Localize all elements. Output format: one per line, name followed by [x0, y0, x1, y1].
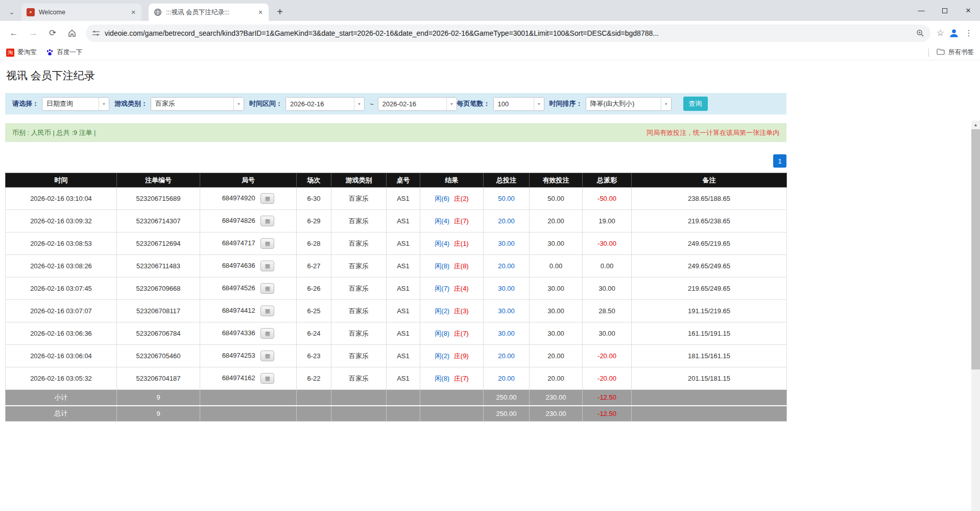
cell-table-no: AS1 — [387, 233, 420, 255]
tab-label: :::视讯 会员下注纪录::: — [166, 8, 256, 17]
cell-result: 闲(2) 庄(9) — [420, 345, 484, 367]
round-video-button[interactable]: ▦ — [260, 328, 274, 339]
result-player: 闲(7) — [435, 285, 449, 292]
round-number: 684974526 — [222, 284, 255, 292]
bookmark-star-icon[interactable]: ☆ — [937, 28, 944, 38]
game-type-input[interactable] — [151, 98, 233, 110]
cell-table-no: AS1 — [387, 345, 420, 367]
round-video-button[interactable]: ▦ — [260, 373, 274, 384]
bookmark-baidu[interactable]: 百度一下 — [46, 48, 83, 57]
all-bookmarks-label[interactable]: 所有书签 — [948, 48, 974, 57]
chevron-down-icon[interactable]: ▼ — [99, 98, 109, 110]
url-text[interactable]: videoie.com/game/betrecord_search/kind3?… — [105, 29, 912, 37]
close-window-button[interactable]: ✕ — [957, 0, 980, 21]
page-1-button[interactable]: 1 — [773, 154, 786, 168]
bookmark-taobao[interactable]: 淘 爱淘宝 — [6, 48, 37, 57]
col-time: 时间 — [6, 173, 117, 188]
date-start-input[interactable] — [286, 98, 354, 110]
cell-remark: 161.15/191.15 — [632, 322, 787, 345]
sort-input[interactable] — [586, 98, 661, 110]
cell-payout: 19.00 — [583, 210, 632, 233]
round-number: 684974253 — [222, 352, 255, 359]
round-number: 684974826 — [222, 217, 255, 224]
round-video-button[interactable]: ▦ — [260, 193, 274, 204]
cell-table-no: AS1 — [387, 322, 420, 345]
profile-icon[interactable] — [948, 28, 960, 39]
zoom-icon[interactable] — [916, 29, 924, 37]
cell-time: 2026-02-16 03:06:36 — [6, 322, 117, 345]
cell-round: 684974412 ▦ — [200, 300, 297, 322]
folder-icon — [937, 48, 945, 57]
cell-game: 百家乐 — [331, 345, 387, 367]
query-type-input[interactable] — [42, 98, 99, 110]
cell-result: 闲(2) 庄(3) — [420, 300, 484, 322]
date-end-input[interactable] — [378, 98, 446, 110]
result-player: 闲(8) — [435, 262, 449, 270]
result-banker: 庄(4) — [454, 285, 469, 292]
table-row: 2026-02-16 03:07:45 523206709668 6849745… — [6, 277, 787, 300]
forward-button[interactable]: → — [25, 25, 42, 42]
chevron-down-icon[interactable]: ▼ — [534, 98, 544, 110]
address-bar[interactable]: videoie.com/game/betrecord_search/kind3?… — [86, 25, 930, 42]
result-player: 闲(2) — [435, 307, 449, 315]
cell-round: 684974253 ▦ — [200, 345, 297, 367]
per-page-input[interactable] — [494, 98, 534, 110]
tab-label: Welcome — [39, 9, 129, 16]
query-button[interactable]: 查询 — [683, 97, 708, 111]
result-player: 闲(2) — [435, 352, 449, 360]
tab-search-icon[interactable]: ⌄ — [5, 5, 18, 18]
chevron-down-icon[interactable]: ▼ — [661, 98, 671, 110]
subtotal-label: 小计 — [6, 390, 117, 406]
cell-remark: 249.65/219.65 — [632, 233, 787, 255]
round-video-button[interactable]: ▦ — [260, 306, 274, 316]
chevron-down-icon[interactable]: ▼ — [233, 98, 244, 110]
round-video-button[interactable]: ▦ — [260, 261, 274, 271]
cell-session: 6-29 — [297, 210, 331, 233]
home-button[interactable] — [63, 25, 81, 42]
tab-close-icon[interactable]: ✕ — [256, 8, 265, 16]
chevron-down-icon[interactable]: ▼ — [354, 98, 364, 110]
reload-button[interactable]: ⟳ — [44, 25, 61, 42]
cell-table-no: AS1 — [387, 300, 420, 322]
cell-payout: -30.00 — [583, 233, 632, 255]
scroll-up-icon[interactable]: ▲ — [971, 121, 980, 129]
tab-bet-records[interactable]: :::视讯 会员下注纪录::: ✕ — [149, 4, 269, 21]
chevron-down-icon[interactable]: ▼ — [446, 98, 457, 110]
table-row: 2026-02-16 03:06:36 523206706784 6849743… — [6, 322, 787, 345]
browser-menu-icon[interactable]: ⋮ — [962, 28, 976, 38]
round-video-button[interactable]: ▦ — [260, 283, 274, 294]
bookmark-label: 百度一下 — [57, 48, 83, 57]
minimize-button[interactable]: — — [910, 0, 933, 21]
maximize-icon — [942, 8, 947, 13]
round-video-button[interactable]: ▦ — [260, 216, 274, 226]
vertical-scrollbar[interactable]: ▲ ▼ — [971, 121, 980, 511]
col-result: 结果 — [420, 173, 484, 188]
cell-game: 百家乐 — [331, 300, 387, 322]
cell-session: 6-25 — [297, 300, 331, 322]
grand-total-valid-bet: 230.00 — [530, 406, 583, 422]
cell-session: 6-30 — [297, 188, 331, 210]
round-video-button[interactable]: ▦ — [260, 351, 274, 361]
table-row: 2026-02-16 03:10:04 523206715689 6849749… — [6, 188, 787, 210]
scrollbar-thumb[interactable] — [971, 129, 980, 369]
site-info-icon[interactable] — [92, 29, 100, 37]
cell-valid-bet: 0.00 — [530, 255, 583, 277]
result-player: 闲(4) — [435, 240, 449, 247]
cell-bet-id: 523206708117 — [117, 300, 200, 322]
subtotal-row: 小计 9 250.00 230.00 -12.50 — [6, 390, 787, 406]
cell-remark: 219.65/249.65 — [632, 277, 787, 300]
subtotal-payout: -12.50 — [583, 390, 632, 406]
cell-session: 6-24 — [297, 322, 331, 345]
cell-bet-id: 523206705460 — [117, 345, 200, 367]
cell-bet-id: 523206711483 — [117, 255, 200, 277]
new-tab-button[interactable]: + — [273, 5, 287, 19]
tab-welcome[interactable]: ✦ Welcome ✕ — [21, 4, 141, 21]
notice-text: 同局有效投注，统一计算在该局第一张注单内 — [647, 128, 779, 137]
round-video-button[interactable]: ▦ — [260, 238, 274, 249]
round-number: 684974336 — [222, 329, 255, 337]
tab-close-icon[interactable]: ✕ — [129, 8, 137, 16]
maximize-button[interactable] — [933, 0, 957, 21]
cell-game: 百家乐 — [331, 322, 387, 345]
back-button[interactable]: ← — [5, 25, 22, 42]
game-type-combobox: ▼ — [151, 97, 244, 111]
